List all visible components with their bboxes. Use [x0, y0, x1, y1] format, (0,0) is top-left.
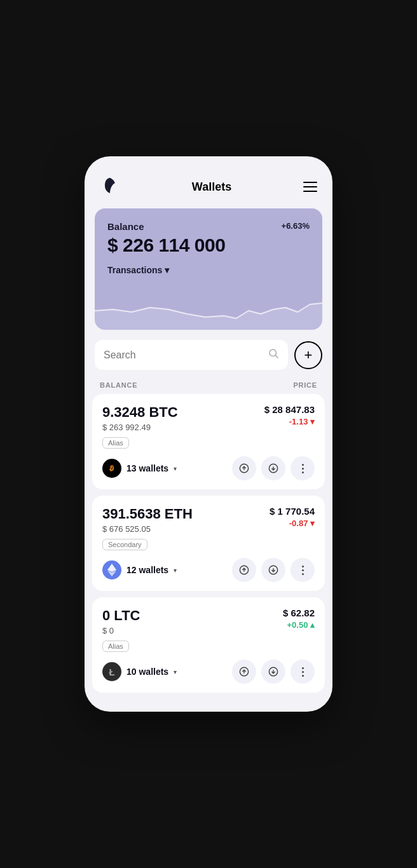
ltc-logo: Ł [102, 662, 121, 681]
ltc-chevron-icon[interactable]: ▾ [174, 668, 177, 675]
btc-tag: Alias [102, 437, 129, 449]
eth-change: -0.87 ▾ [270, 519, 315, 528]
ltc-change: +0.50 ▴ [283, 620, 315, 630]
btc-send-button[interactable] [232, 456, 256, 480]
search-section: + [85, 340, 332, 375]
eth-logo [102, 560, 121, 580]
eth-tag: Secondary [102, 539, 147, 550]
balance-percent: +6.63% [282, 221, 310, 231]
transactions-button[interactable]: Transactions ▾ [107, 265, 310, 285]
price-column-header: PRICE [293, 381, 317, 389]
btc-chevron-icon[interactable]: ▾ [174, 465, 177, 472]
btc-receive-button[interactable] [261, 456, 285, 480]
ltc-amount: 0 LTC [102, 607, 140, 624]
svg-marker-6 [107, 564, 116, 572]
btc-usd: $ 263 992.49 [102, 423, 178, 432]
add-wallet-button[interactable]: + [294, 341, 322, 369]
btc-amount: 9.3248 BTC [102, 404, 178, 421]
ltc-usd: $ 0 [102, 626, 140, 635]
ltc-tag: Alias [102, 641, 129, 652]
balance-card: Balance +6.63% $ 226 114 000 Transaction… [95, 208, 322, 330]
ltc-wallet-count: 10 wallets [126, 667, 168, 677]
btc-more-button[interactable] [291, 456, 315, 480]
ltc-send-button[interactable] [232, 660, 256, 684]
app-header: Wallets [85, 169, 332, 208]
balance-amount: $ 226 114 000 [107, 234, 310, 256]
balance-column-header: BALANCE [100, 381, 137, 389]
btc-change: -1.13 ▾ [264, 417, 315, 426]
btc-price: $ 28 847.83 [264, 404, 315, 415]
eth-amount: 391.5638 ETH [102, 506, 193, 522]
menu-button[interactable] [303, 182, 317, 192]
search-input-wrap [95, 340, 288, 370]
coin-card-ltc: 0 LTC $ 0 Alias $ 62.82 +0.50 ▴ Ł 10 wal… [92, 597, 325, 693]
svg-point-0 [270, 349, 277, 356]
ltc-more-button[interactable] [291, 660, 315, 684]
eth-usd: $ 676 525.05 [102, 524, 193, 534]
ltc-price: $ 62.82 [283, 607, 315, 618]
app-logo [100, 175, 120, 198]
coin-card-eth: 391.5638 ETH $ 676 525.05 Secondary $ 1 … [92, 496, 325, 591]
eth-wallet-count: 12 wallets [126, 565, 168, 575]
btc-logo [102, 459, 121, 478]
table-header: BALANCE PRICE [85, 375, 332, 394]
eth-receive-button[interactable] [261, 558, 285, 582]
balance-chart [95, 285, 322, 330]
coin-card-btc: 9.3248 BTC $ 263 992.49 Alias $ 28 847.8… [92, 394, 325, 489]
eth-send-button[interactable] [232, 558, 256, 582]
btc-wallet-count: 13 wallets [126, 463, 168, 473]
page-title: Wallets [192, 180, 231, 194]
coins-list: 9.3248 BTC $ 263 992.49 Alias $ 28 847.8… [85, 394, 332, 693]
search-input[interactable] [104, 349, 263, 361]
svg-line-1 [275, 355, 278, 358]
search-icon [268, 348, 279, 362]
balance-label: Balance [107, 221, 144, 232]
eth-chevron-icon[interactable]: ▾ [174, 567, 177, 574]
eth-price: $ 1 770.54 [270, 506, 315, 517]
ltc-receive-button[interactable] [261, 660, 285, 684]
eth-more-button[interactable] [291, 558, 315, 582]
